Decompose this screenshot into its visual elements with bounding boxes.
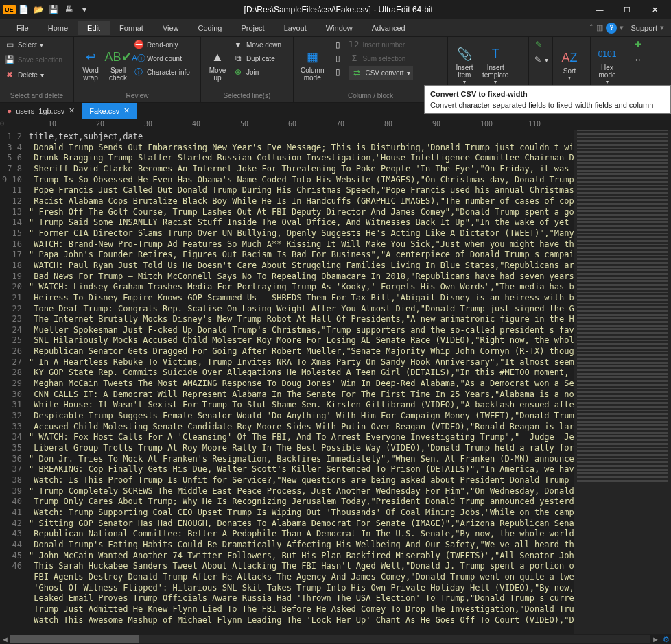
tooltip-title: Convert CSV to fixed-width — [430, 90, 665, 98]
line-gutter: 1 2 3 4 5 6 7 8 9 10 11 12 13 14 15 16 1… — [0, 130, 26, 634]
column-spacer-3: ▯ — [332, 66, 343, 78]
horizontal-scrollbar[interactable]: ◄ ► ⚙ — [0, 634, 671, 644]
menu-file[interactable]: File — [7, 21, 38, 35]
read-only-button[interactable]: ⛔Read-only — [133, 38, 190, 51]
menu-format[interactable]: Format — [110, 21, 153, 35]
format-button-2[interactable]: ✎▾ — [533, 53, 548, 66]
join-button[interactable]: ⊕Join — [233, 66, 281, 78]
menu-home[interactable]: Home — [38, 21, 78, 35]
save-file-icon[interactable]: 💾 — [47, 3, 61, 16]
help-icon[interactable]: ? — [606, 23, 617, 34]
open-file-icon[interactable]: 📂 — [32, 3, 46, 16]
support-link[interactable]: Support — [631, 24, 657, 32]
group-label: Selected line(s) — [205, 91, 289, 101]
csv-convert-button[interactable]: ⇄CSV convert ▾ — [349, 66, 412, 80]
print-icon[interactable]: 🖶 — [62, 3, 76, 16]
menu-project[interactable]: Project — [231, 21, 274, 35]
tab-label: Fake.csv — [89, 107, 119, 115]
dropdown-icon[interactable]: ▾ — [78, 3, 91, 16]
menu-layout[interactable]: Layout — [274, 21, 316, 35]
menu-advanced[interactable]: Advanced — [362, 21, 415, 35]
sort-button[interactable]: AZSort▾ — [557, 38, 582, 91]
window-title: [D:\Res\SampleFiles\csv\Fake.csv] - Ultr… — [91, 5, 586, 14]
extra-button-2[interactable]: ↔ — [633, 53, 645, 66]
close-button[interactable]: ✕ — [641, 0, 668, 19]
app-logo: UE — [3, 5, 16, 14]
quick-access-toolbar: UE 📄 📂 💾 🖶 ▾ — [3, 3, 91, 16]
minimize-button[interactable]: — — [586, 0, 613, 19]
hex-mode-button[interactable]: 0101Hex mode▾ — [595, 38, 620, 91]
ribbon-options-icon[interactable]: ▥ — [596, 23, 603, 32]
column-spacer-2: ▯ — [332, 52, 343, 64]
tab-users_1gb-csv[interactable]: ●users_1gb.csv✕ — [0, 103, 82, 119]
menu-window[interactable]: Window — [316, 21, 362, 35]
ruler: 0102030405060708090100110 — [0, 119, 671, 130]
tooltip-body: Convert character-separated fields to fi… — [430, 101, 665, 109]
column-mode-button[interactable]: ▦Column mode — [298, 38, 327, 91]
tab-Fake-csv[interactable]: Fake.csv✕ — [82, 103, 137, 119]
insert-number-button: 1̲2̲Insert number — [349, 38, 412, 51]
group-label: Select and delete — [4, 91, 69, 101]
duplicate-button[interactable]: ⧉Duplicate — [233, 52, 281, 64]
scroll-right-icon[interactable]: ► — [650, 634, 661, 645]
sum-selection-button: ΣSum selection — [349, 52, 412, 64]
scroll-left-icon[interactable]: ◄ — [0, 634, 10, 645]
word-wrap-button[interactable]: ↩Word wrap — [78, 38, 103, 91]
group-label: Review — [78, 91, 196, 101]
menu-coding[interactable]: Coding — [189, 21, 232, 35]
extra-button-1[interactable]: ✚ — [633, 38, 645, 51]
delete-button[interactable]: ✖Delete ▾ — [4, 69, 69, 81]
group-label: Column / block — [298, 91, 443, 101]
tab-close-icon[interactable]: ✕ — [69, 106, 75, 115]
format-button-1[interactable]: ✎ — [533, 38, 548, 51]
character-info-button[interactable]: ⓘCharacter info — [133, 66, 190, 78]
insert-template-button[interactable]: TInsert template▾ — [480, 38, 511, 91]
column-spacer-1: ▯ — [332, 38, 343, 51]
minimap[interactable] — [574, 130, 671, 634]
csv-convert-tooltip: Convert CSV to fixed-width Convert chara… — [424, 85, 671, 114]
menubar: FileHomeEditFormatViewCodingProjectLayou… — [0, 19, 671, 37]
new-file-icon[interactable]: 📄 — [17, 3, 31, 16]
dirty-indicator-icon: ● — [7, 106, 12, 116]
scroll-settings-icon[interactable]: ⚙ — [661, 634, 671, 645]
move-down-button[interactable]: ▼Move down — [233, 38, 281, 51]
save-selection-button: 💾Save selection — [4, 53, 69, 66]
maximize-button[interactable]: ☐ — [613, 0, 641, 19]
code-content[interactable]: title,text,subject,date Donald Trump Sen… — [26, 130, 574, 634]
select-button[interactable]: ▭Select ▾ — [4, 38, 69, 51]
titlebar: UE 📄 📂 💾 🖶 ▾ [D:\Res\SampleFiles\csv\Fak… — [0, 0, 671, 19]
menu-edit[interactable]: Edit — [78, 21, 110, 35]
tab-label: users_1gb.csv — [16, 107, 64, 115]
spell-check-button[interactable]: AB✔Spell check — [106, 38, 130, 91]
move-up-button[interactable]: ▲Move up — [205, 38, 230, 91]
menu-view[interactable]: View — [153, 21, 189, 35]
tab-close-icon[interactable]: ✕ — [123, 106, 130, 115]
word-count-button[interactable]: AⓘWord count — [133, 52, 190, 64]
chevron-up-icon[interactable]: ˄ — [589, 23, 593, 32]
insert-item-button[interactable]: 📎Insert item▾ — [452, 38, 477, 91]
editor-area: 1 2 3 4 5 6 7 8 9 10 11 12 13 14 15 16 1… — [0, 130, 671, 634]
